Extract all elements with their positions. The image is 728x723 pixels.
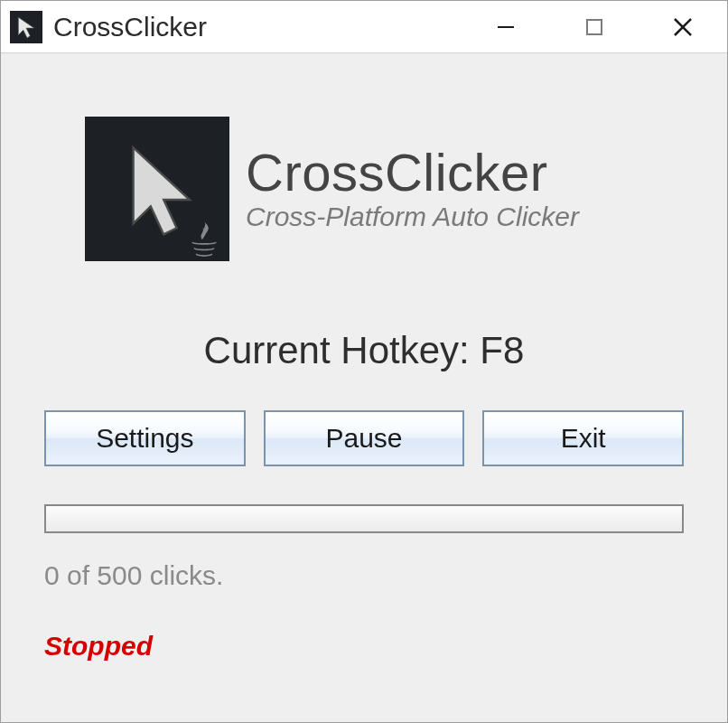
settings-button[interactable]: Settings <box>44 410 246 466</box>
app-name-label: CrossClicker <box>246 146 579 201</box>
window-title: CrossClicker <box>53 12 207 42</box>
pause-button[interactable]: Pause <box>264 410 465 466</box>
progress-bar <box>44 504 684 533</box>
current-hotkey-label: Current Hotkey: F8 <box>44 329 684 372</box>
window-controls <box>462 1 727 52</box>
close-icon <box>670 14 695 40</box>
app-tagline-label: Cross-Platform Auto Clicker <box>246 202 579 232</box>
client-area: CrossClicker Cross-Platform Auto Clicker… <box>1 53 727 722</box>
close-button[interactable] <box>639 1 727 52</box>
app-icon <box>10 11 42 43</box>
maximize-icon <box>583 16 605 38</box>
svg-marker-0 <box>18 17 33 38</box>
minimize-icon <box>493 14 518 40</box>
svg-rect-2 <box>587 20 602 34</box>
app-logo <box>85 117 229 261</box>
minimize-button[interactable] <box>462 1 550 52</box>
app-window: CrossClicker <box>0 0 728 723</box>
branding-text: CrossClicker Cross-Platform Auto Clicker <box>246 146 579 233</box>
click-counter-label: 0 of 500 clicks. <box>44 560 684 591</box>
titlebar: CrossClicker <box>1 1 727 53</box>
java-icon <box>184 218 224 258</box>
exit-button[interactable]: Exit <box>482 410 684 466</box>
branding-row: CrossClicker Cross-Platform Auto Clicker <box>85 117 684 261</box>
maximize-button[interactable] <box>550 1 639 52</box>
action-button-row: Settings Pause Exit <box>44 410 684 466</box>
status-label: Stopped <box>44 631 684 662</box>
svg-marker-5 <box>134 147 190 234</box>
